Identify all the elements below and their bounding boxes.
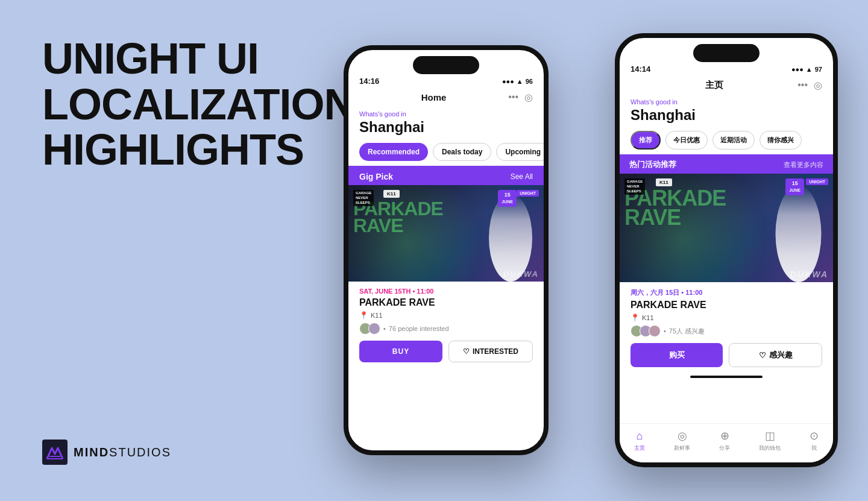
headline-line3: HIGHLIGHTS	[42, 127, 355, 173]
event-image-left: PARKADERAVE DUKWA GARAGENEVERSLEEPS K11 …	[348, 185, 544, 282]
whats-good-right: Whats's good in	[631, 98, 822, 106]
nav-share[interactable]: ⊕ 分享	[719, 429, 730, 452]
dj-silhouette-left	[483, 194, 538, 282]
app-header-left: Home ••• ◎	[348, 88, 544, 106]
share-nav-icon: ⊕	[720, 429, 729, 443]
mind-studios-icon	[42, 440, 68, 465]
time-right: 14:14	[631, 65, 650, 74]
buy-button-right[interactable]: 购买	[631, 343, 723, 367]
target-icon-left[interactable]: ◎	[524, 92, 533, 103]
event-info-right: 周六，六月 15日 • 11:00 PARKADE RAVE 📍 K11 • 7…	[620, 282, 833, 373]
interested-button-right[interactable]: ♡ 感兴趣	[729, 343, 822, 367]
event-card-right: PARKADERAVE DUKWA GARAGENEVERSLEEPS K11 …	[620, 174, 833, 373]
phone-right: 14:14 ●●● ▲ 97 主页 ••• ◎ Whats's good in …	[615, 33, 838, 467]
badge-gns-left: GARAGENEVERSLEEPS	[353, 190, 374, 206]
status-bar-right: 14:14 ●●● ▲ 97	[620, 62, 833, 76]
tab-tuijian[interactable]: 推荐	[631, 131, 661, 150]
event-date-right: 周六，六月 15日 • 11:00	[631, 288, 822, 297]
event-attendees-left: • 76 people interested	[359, 323, 533, 335]
avatar-stack-left	[359, 323, 380, 335]
buy-button-left[interactable]: BUY	[359, 341, 442, 362]
section-title-right: 热门活动推荐	[629, 159, 676, 170]
event-actions-right: 购买 ♡ 感兴趣	[631, 343, 822, 367]
attendees-text-right: 75人 感兴趣	[669, 327, 705, 336]
signal-icon-right: ●●●	[791, 66, 804, 73]
event-card-left: PARKADERAVE DUKWA GARAGENEVERSLEEPS K11 …	[348, 185, 544, 368]
home-indicator-right	[690, 376, 763, 378]
badge-unight-right: UNIGHT	[806, 178, 828, 185]
badge-k11-left: K11	[383, 190, 400, 198]
headline: UNIGHT UI LOCALIZATION HIGHLIGHTS	[42, 36, 355, 173]
section-header-right: 热门活动推荐 查看更多内容	[620, 154, 833, 174]
more-icon-right[interactable]: •••	[797, 80, 808, 91]
city-name-right: Shanghai	[631, 107, 822, 124]
section-title-left: Gig Pick	[359, 172, 393, 181]
attendees-count-right: •	[664, 327, 666, 335]
section-header-left: Gig Pick See All	[348, 166, 544, 185]
event-name-right: PARKADE RAVE	[631, 300, 822, 310]
badge-gns-right: GARAGENEVERSLEEPS	[624, 178, 645, 195]
venue-name-left: K11	[371, 312, 383, 319]
headline-line1: UNIGHT UI	[42, 36, 355, 82]
tab-deals-today[interactable]: Deals today	[433, 143, 491, 161]
badge-k11-right: K11	[656, 178, 672, 186]
tab-jinqihuodong[interactable]: 近期活动	[712, 131, 755, 150]
tab-upcoming[interactable]: Upcoming	[496, 143, 544, 161]
interested-button-left[interactable]: ♡ INTERESTED	[448, 341, 533, 362]
event-actions-left: BUY ♡ INTERESTED	[359, 341, 533, 362]
event-name-left: PARKADE RAVE	[359, 297, 533, 308]
date-badge-left: 15JUNE	[498, 190, 517, 207]
location-area-right: Whats's good in Shanghai	[620, 93, 833, 126]
nav-wallet[interactable]: ◫ 我的钱包	[759, 429, 781, 452]
nav-fresh[interactable]: ◎ 新鲜事	[674, 429, 690, 452]
page-title-right: 主页	[705, 80, 723, 91]
venue-pin-icon-right: 📍	[631, 314, 640, 322]
venue-name-right: K11	[642, 314, 654, 321]
tab-caini[interactable]: 猜你感兴	[760, 131, 802, 150]
event-venue-left: 📍 K11	[359, 311, 533, 320]
date-badge-right: 15JUNE	[785, 178, 804, 195]
nav-home[interactable]: ⌂ 主页	[634, 430, 645, 452]
phone-left: 14:16 ●●● ▲ 96 Home ••• ◎ Whats's good i…	[344, 45, 549, 455]
heart-icon-right: ♡	[759, 351, 766, 360]
heart-icon-left: ♡	[463, 347, 470, 356]
more-icon-left[interactable]: •••	[508, 92, 518, 103]
event-venue-right: 📍 K11	[631, 314, 822, 322]
city-name-left: Shanghai	[359, 119, 533, 136]
event-image-right: PARKADERAVE DUKWA GARAGENEVERSLEEPS K11 …	[620, 174, 833, 282]
avatar-stack-right	[631, 325, 661, 337]
wifi-icon-right: ▲	[806, 66, 813, 73]
header-icons-left: ••• ◎	[508, 92, 533, 103]
dynamic-island-right	[693, 44, 760, 62]
status-bar-left: 14:16 ●●● ▲ 96	[348, 74, 544, 88]
filter-tabs-left: Recommended Deals today Upcoming	[348, 138, 544, 166]
badge-unight-left: UNIGHT	[517, 190, 539, 197]
page-title-left: Home	[421, 92, 447, 102]
logo-text: MINDSTUDIOS	[74, 446, 171, 459]
logo-area: MINDSTUDIOS	[42, 440, 171, 465]
dukwa-text-left: DUKWA	[503, 269, 539, 279]
location-area-left: Whats's good in Shanghai	[348, 106, 544, 138]
tab-jinyouhui[interactable]: 今日优惠	[665, 131, 708, 150]
attendees-text-left: 76 people interested	[389, 325, 449, 332]
see-all-left[interactable]: See All	[511, 172, 533, 181]
tab-recommended[interactable]: Recommended	[359, 143, 428, 161]
home-nav-icon: ⌂	[637, 430, 643, 443]
avatar-2-left	[368, 323, 380, 335]
headline-line2: LOCALIZATION	[42, 82, 355, 128]
see-all-right[interactable]: 查看更多内容	[784, 160, 823, 169]
time-left: 14:16	[359, 77, 379, 86]
dukwa-text-right: DUKWA	[790, 269, 828, 279]
venue-pin-icon-left: 📍	[359, 311, 368, 320]
target-icon-right[interactable]: ◎	[814, 80, 822, 91]
nav-me[interactable]: ⊙ 我	[810, 429, 819, 452]
me-nav-icon: ⊙	[810, 429, 819, 443]
status-icons-left: ●●● ▲ 96	[502, 78, 533, 85]
wifi-icon-left: ▲	[517, 78, 523, 85]
event-info-left: SAT, JUNE 15TH • 11:00 PARKADE RAVE 📍 K1…	[348, 282, 544, 368]
signal-icon-left: ●●●	[502, 78, 514, 85]
whats-good-left: Whats's good in	[359, 110, 533, 118]
wallet-nav-icon: ◫	[765, 429, 775, 443]
status-icons-right: ●●● ▲ 97	[791, 66, 822, 73]
bottom-nav-right: ⌂ 主页 ◎ 新鲜事 ⊕ 分享 ◫ 我的钱包 ⊙ 我	[620, 423, 833, 462]
